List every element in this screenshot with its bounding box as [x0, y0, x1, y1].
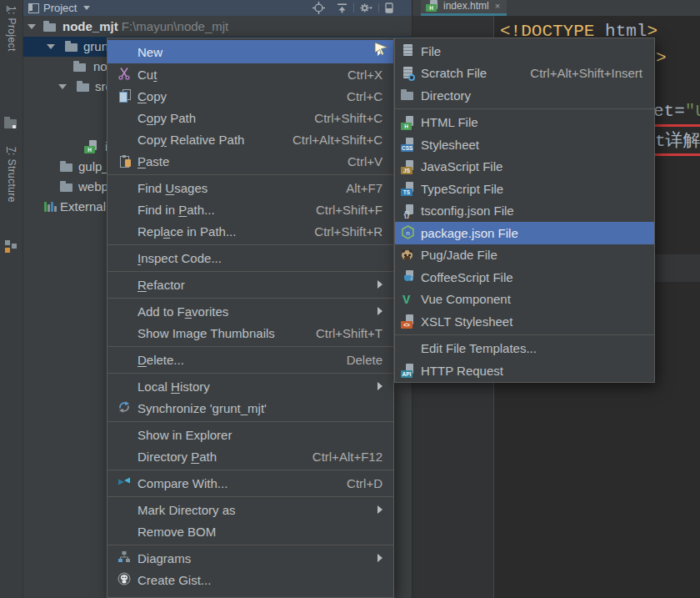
menu-item-refactor[interactable]: Refactor [108, 274, 393, 295]
menu-item-copy-relative-path[interactable]: Copy Relative PathCtrl+Alt+Shift+C [108, 128, 393, 150]
menu-item-compare-with[interactable]: Compare With...Ctrl+D [108, 472, 393, 494]
menu-item-inspect-code[interactable]: Inspect Code... [108, 247, 393, 269]
header-divider [353, 3, 354, 13]
icon-slot [118, 379, 132, 394]
menu-item-create-gist[interactable]: Create Gist... [108, 569, 393, 590]
menu-item-label: Pug/Jade File [421, 248, 498, 262]
menu-item-package-json-file[interactable]: npackage.json File [395, 222, 654, 244]
tree-expand-arrow-icon[interactable] [58, 84, 67, 89]
tab-index-html[interactable]: H index.html × [421, 0, 507, 16]
menu-shortcut: Ctrl+V [324, 154, 382, 168]
icon-slot [118, 449, 132, 464]
menu-item-file[interactable]: File [395, 40, 654, 63]
menu-item-show-in-explorer[interactable]: Show in Explorer [108, 424, 393, 445]
css-icon: CSS [401, 137, 416, 152]
menu-item-delete[interactable]: Delete...Delete [108, 349, 393, 370]
menu-item-label: Edit File Templates... [421, 341, 537, 355]
menu-item-pug-jade-file[interactable]: Pug/Jade File [395, 244, 654, 267]
icon-slot [118, 202, 132, 217]
menu-item-http-request[interactable]: APIHTTP Request [395, 359, 654, 382]
menu-item-diagrams[interactable]: Diagrams [108, 547, 393, 569]
hide-panel-icon[interactable] [383, 2, 397, 14]
code-line-2-fragment[interactable]: > [656, 48, 667, 68]
menu-item-mark-directory-as[interactable]: Mark Directory as [108, 499, 393, 520]
locate-file-icon[interactable] [312, 2, 326, 14]
menu-item-typescript-file[interactable]: TSTypeScript File [395, 178, 654, 200]
editor-tab-bar: H index.html × [412, 0, 700, 16]
menu-item-find-in-path[interactable]: Find in Path...Ctrl+Shift+F [108, 198, 393, 220]
menu-item-javascript-file[interactable]: JSJavaScript File [395, 156, 654, 178]
menu-item-edit-file-templates[interactable]: Edit File Templates... [395, 338, 654, 360]
menu-item-xslt-stylesheet[interactable]: <>XSLT Stylesheet [395, 310, 654, 333]
menu-item-paste[interactable]: PasteCtrl+V [108, 150, 393, 172]
submenu-arrow-icon [378, 382, 382, 390]
menu-separator [108, 421, 393, 422]
collapse-all-icon[interactable] [336, 2, 349, 14]
tree-row-node-mjt[interactable]: node_mjt F:\mayun\node_mjt [23, 17, 412, 37]
menu-item-add-to-favorites[interactable]: Add to Favorites [108, 300, 393, 322]
menu-item-coffeescript-file[interactable]: CoffeeScript File [395, 266, 654, 289]
menu-shortcut: Ctrl+Alt+Shift+C [269, 133, 382, 147]
menu-item-directory-path[interactable]: Directory PathCtrl+Alt+F12 [108, 445, 393, 467]
menu-item-label: Mark Directory as [138, 503, 236, 517]
html-icon: H [401, 115, 416, 130]
tool-window-icon [28, 2, 41, 14]
menu-item-label: tsconfig.json File [421, 204, 514, 218]
menu-item-label: Refactor [138, 278, 185, 292]
menu-item-label: HTML File [421, 115, 478, 129]
tab-close-icon[interactable]: × [495, 1, 500, 11]
ide-window: 1: Project 7: Structure Project [0, 0, 700, 598]
tool-button-project[interactable]: 1: Project [6, 6, 18, 52]
scratch-file-icon [401, 66, 416, 81]
scissors-icon [118, 67, 132, 82]
menu-item-scratch-file[interactable]: Scratch FileCtrl+Alt+Shift+Insert [395, 63, 654, 85]
menu-item-label: File [421, 44, 441, 58]
left-tool-strip: 1: Project 7: Structure [0, 0, 23, 598]
copy-icon [118, 88, 132, 103]
tree-expand-arrow-icon[interactable] [28, 24, 36, 29]
folder-icon [73, 59, 88, 73]
tab-title: index.html [443, 0, 489, 12]
menu-item-label: Local History [138, 379, 210, 394]
structure-tool-icon[interactable] [4, 240, 19, 254]
menu-item-copy[interactable]: CopyCtrl+C [108, 85, 393, 107]
tree-expand-arrow-icon[interactable] [47, 44, 55, 49]
menu-item-show-image-thumbnails[interactable]: Show Image ThumbnailsCtrl+Shift+T [108, 322, 393, 344]
folder-icon [60, 159, 75, 173]
menu-item-local-history[interactable]: Local History [108, 375, 393, 397]
menu-item-vue-component[interactable]: VVue Component [395, 289, 654, 311]
menu-item-label: Synchronize 'grunt_mjt' [138, 401, 267, 415]
icon-slot [118, 524, 132, 539]
menu-item-stylesheet[interactable]: CSSStylesheet [395, 133, 654, 156]
menu-item-copy-path[interactable]: Copy PathCtrl+Shift+C [108, 107, 393, 128]
menu-shortcut: Delete [323, 353, 382, 367]
menu-item-directory[interactable]: Directory [395, 84, 654, 107]
diagram-icon [118, 550, 132, 565]
icon-slot [118, 110, 132, 125]
menu-separator [108, 174, 393, 175]
icon-slot [118, 224, 132, 239]
menu-item-remove-bom[interactable]: Remove BOM [108, 520, 393, 542]
external-libraries-icon [43, 199, 58, 214]
code-line-4-fragment[interactable]: et="U [653, 102, 700, 121]
icon-slot [118, 250, 132, 265]
menu-separator [108, 271, 393, 272]
menu-item-label: Inspect Code... [138, 251, 222, 265]
menu-item-tsconfig-json-file[interactable]: {}tsconfig.json File [395, 200, 654, 223]
menu-item-find-usages[interactable]: Find UsagesAlt+F7 [108, 177, 393, 198]
menu-separator [395, 108, 654, 109]
code-line-5-fragment[interactable]: t详解 [655, 128, 700, 152]
menu-item-replace-in-path[interactable]: Replace in Path...Ctrl+Shift+R [108, 220, 393, 242]
menu-item-new[interactable]: New [108, 40, 393, 63]
menu-item-cut[interactable]: CutCtrl+X [108, 63, 393, 85]
icon-slot [118, 325, 132, 340]
tool-button-structure[interactable]: 7: Structure [6, 147, 18, 203]
tree-row-label: node_mjt F:\mayun\node_mjt [62, 19, 228, 33]
settings-gear-icon[interactable] [359, 2, 372, 14]
menu-item-label: Compare With... [138, 476, 228, 490]
menu-item-synchronize-grunt-mjt[interactable]: Synchronize 'grunt_mjt' [108, 397, 393, 419]
menu-item-html-file[interactable]: HHTML File [395, 112, 654, 134]
panel-title-caret-icon[interactable] [83, 6, 90, 10]
directory-icon [401, 88, 416, 103]
project-tool-icon[interactable] [4, 118, 19, 131]
